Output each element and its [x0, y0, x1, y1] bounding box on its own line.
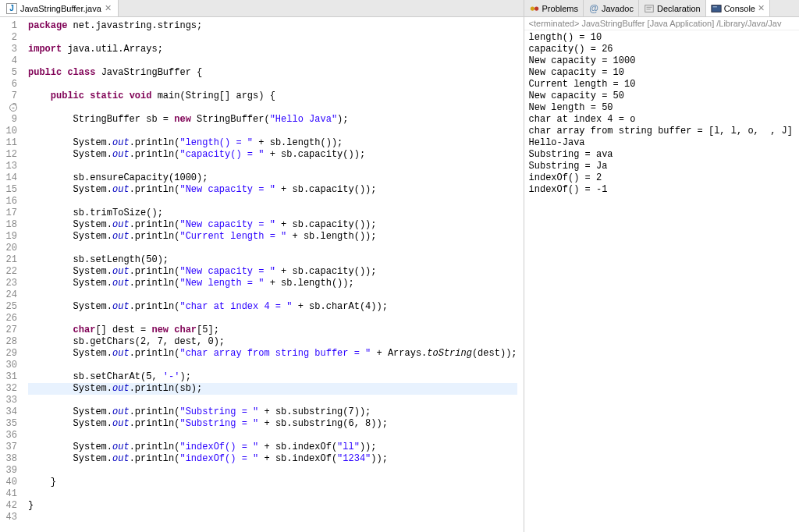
console-line: char at index 4 = o [529, 114, 794, 126]
line-number: 23 [3, 278, 17, 289]
code-line[interactable]: sb.setCharAt(5, '-'); [28, 371, 517, 383]
line-number: 38 [3, 453, 17, 465]
line-number: 40 [3, 477, 17, 488]
editor-tab-title: JavaStringBuffer.java [20, 4, 101, 13]
svg-point-1 [534, 6, 538, 10]
svg-rect-6 [712, 6, 716, 7]
declaration-icon [644, 3, 655, 14]
line-number: 21 [3, 254, 17, 266]
fold-marker-icon[interactable] [9, 104, 17, 112]
line-number: 19 [3, 231, 17, 243]
console-line: New capacity = 1000 [529, 55, 794, 67]
code-line[interactable]: System.out.println("Substring = " + sb.s… [28, 406, 517, 418]
code-line[interactable]: System.out.println("New capacity = " + s… [28, 266, 517, 278]
code-line[interactable]: sb.setLength(50); [28, 254, 517, 266]
line-number: 27 [3, 325, 17, 336]
svg-rect-2 [645, 5, 654, 12]
line-number: 16 [3, 196, 17, 207]
code-editor[interactable]: 1234567891011121314151617181920212223242… [0, 17, 524, 532]
line-number: 22 [3, 266, 17, 278]
code-line[interactable]: System.out.println("indexOf() = " + sb.i… [28, 442, 517, 453]
code-line[interactable] [28, 32, 517, 44]
tab-label: Javadoc [602, 4, 634, 13]
code-line[interactable] [28, 126, 517, 137]
console-line: Substring = ava [529, 149, 794, 161]
code-line[interactable]: StringBuffer sb = new StringBuffer("Hell… [28, 114, 517, 126]
code-line[interactable]: System.out.println("New capacity = " + s… [28, 219, 517, 231]
line-number: 41 [3, 488, 17, 500]
console-output[interactable]: length() = 10capacity() = 26New capacity… [524, 30, 799, 532]
editor-tab-active[interactable]: J JavaStringBuffer.java ✕ [0, 0, 119, 16]
line-number: 1 [3, 20, 17, 32]
code-content[interactable]: package net.javastring.strings;import ja… [22, 17, 524, 532]
code-line[interactable] [28, 55, 517, 67]
code-line[interactable]: } [28, 500, 517, 512]
line-number: 34 [3, 406, 17, 418]
console-tab-bar: Problems@JavadocDeclarationConsole✕ [524, 0, 799, 17]
code-line[interactable]: System.out.println("capacity() = " + sb.… [28, 149, 517, 161]
code-line[interactable] [28, 102, 517, 114]
code-line[interactable]: sb.ensureCapacity(1000); [28, 172, 517, 184]
line-number: 28 [3, 336, 17, 348]
console-line: indexOf() = 2 [529, 172, 794, 184]
code-line[interactable]: package net.javastring.strings; [28, 20, 517, 32]
code-line[interactable] [28, 360, 517, 371]
tab-console[interactable]: Console✕ [706, 0, 770, 16]
code-line[interactable]: } [28, 477, 517, 488]
code-line[interactable] [28, 465, 517, 477]
code-line[interactable]: System.out.println("New capacity = " + s… [28, 184, 517, 196]
code-line[interactable]: System.out.println("char array from stri… [28, 348, 517, 360]
tab-declaration[interactable]: Declaration [639, 0, 706, 16]
line-number: 3 [3, 44, 17, 55]
code-line[interactable]: public class JavaStringBuffer { [28, 67, 517, 79]
code-line[interactable]: System.out.println("char at index 4 = " … [28, 301, 517, 313]
console-line: New length = 50 [529, 102, 794, 114]
code-line[interactable]: System.out.println("indexOf() = " + sb.i… [28, 453, 517, 465]
code-line[interactable]: System.out.println("Substring = " + sb.s… [28, 418, 517, 430]
line-number: 26 [3, 313, 17, 325]
code-line[interactable] [28, 196, 517, 207]
line-number: 12 [3, 149, 17, 161]
code-line[interactable]: System.out.println(sb); [28, 383, 517, 395]
code-line[interactable] [28, 161, 517, 172]
line-number: 42 [3, 500, 17, 512]
editor-tab-bar: J JavaStringBuffer.java ✕ [0, 0, 524, 17]
close-icon[interactable]: ✕ [758, 3, 765, 13]
editor-pane: J JavaStringBuffer.java ✕ 12345678910111… [0, 0, 524, 532]
line-number: 30 [3, 360, 17, 371]
svg-rect-5 [712, 5, 721, 12]
code-line[interactable] [28, 289, 517, 301]
line-number: 7 [3, 90, 17, 102]
code-line[interactable] [28, 395, 517, 406]
line-number: 32 [3, 383, 17, 395]
code-line[interactable]: System.out.println("Current length = " +… [28, 231, 517, 243]
java-file-icon: J [6, 3, 17, 14]
line-number: 35 [3, 418, 17, 430]
problems-icon [529, 3, 540, 14]
tab-javadoc[interactable]: @Javadoc [584, 0, 639, 16]
code-line[interactable]: sb.trimToSize(); [28, 207, 517, 219]
code-line[interactable]: import java.util.Arrays; [28, 44, 517, 55]
code-line[interactable]: char[] dest = new char[5]; [28, 325, 517, 336]
code-line[interactable] [28, 313, 517, 325]
code-line[interactable] [28, 79, 517, 90]
code-line[interactable]: public static void main(String[] args) { [28, 90, 517, 102]
code-line[interactable]: sb.getChars(2, 7, dest, 0); [28, 336, 517, 348]
code-line[interactable] [28, 243, 517, 254]
close-icon[interactable]: ✕ [105, 3, 112, 13]
tab-problems[interactable]: Problems [524, 0, 584, 16]
javadoc-icon: @ [588, 3, 599, 14]
code-line[interactable] [28, 512, 517, 523]
code-line[interactable] [28, 488, 517, 500]
line-number: 39 [3, 465, 17, 477]
code-line[interactable] [28, 430, 517, 442]
line-number: 31 [3, 371, 17, 383]
svg-point-0 [530, 6, 534, 10]
code-line[interactable]: System.out.println("length() = " + sb.le… [28, 137, 517, 149]
code-line[interactable]: System.out.println("New length = " + sb.… [28, 278, 517, 289]
console-line: length() = 10 [529, 32, 794, 44]
line-number: 5 [3, 67, 17, 79]
line-number: 14 [3, 172, 17, 184]
tab-label: Problems [542, 4, 578, 13]
console-line: Current length = 10 [529, 79, 794, 90]
